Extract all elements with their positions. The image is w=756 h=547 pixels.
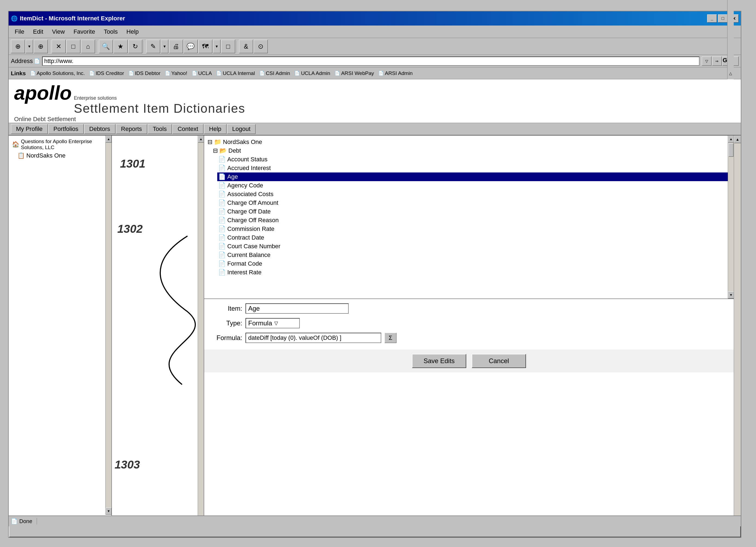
link-csi-admin[interactable]: 📄CSI Admin — [258, 70, 292, 77]
menu-help[interactable]: Help — [123, 27, 143, 36]
right-tree-accrued-interest[interactable]: 📄 Accrued Interest — [217, 164, 732, 172]
forward-button[interactable]: ⊕ — [34, 40, 48, 53]
type-select-arrow: ▽ — [274, 320, 278, 326]
questions-icon: 🏠 — [12, 141, 19, 148]
type-value: Formula — [248, 319, 272, 327]
charge-off-reason-label: Charge Off Reason — [227, 217, 279, 224]
address-input[interactable] — [42, 56, 700, 66]
refresh-button[interactable]: □ — [66, 40, 80, 53]
nav-tools[interactable]: Tools — [148, 124, 172, 134]
link-arsi-webpay[interactable]: 📄ARSI WebPay — [333, 70, 376, 77]
edit-button[interactable]: ✎ — [146, 40, 160, 53]
right-tree-charge-off-amount[interactable]: 📄 Charge Off Amount — [217, 199, 732, 207]
right-tree-court-case-number[interactable]: 📄 Court Case Number — [217, 242, 732, 251]
format-code-label: Format Code — [227, 260, 262, 267]
type-select[interactable]: Formula ▽ — [245, 318, 300, 328]
content-area: apollo Enterprise solutions Settlement I… — [9, 79, 741, 526]
nav-context[interactable]: Context — [172, 124, 203, 134]
left-scroll-down[interactable]: ▼ — [106, 508, 112, 515]
settings-button[interactable]: ⊙ — [254, 40, 268, 53]
link-apollo[interactable]: 📄Apollo Solutions, Inc. — [29, 70, 86, 77]
clip-button[interactable]: □ — [221, 40, 235, 53]
charge-off-amount-label: Charge Off Amount — [227, 199, 278, 206]
discuss-button[interactable]: 💬 — [184, 40, 198, 53]
left-tree-item-nordsaks[interactable]: 📋 NordSaks One — [16, 151, 109, 160]
link-ucla[interactable]: 📄UCLA — [190, 70, 214, 77]
link-ids-debtor[interactable]: 📄IDS Debtor — [127, 70, 162, 77]
nav-portfolios[interactable]: Portfolios — [48, 124, 84, 134]
left-tree-item-questions[interactable]: 🏠 Questions for Apollo Enterprise Soluti… — [11, 138, 109, 151]
menu-favorite[interactable]: Favorite — [70, 27, 99, 36]
right-tree-nordsaks-root[interactable]: ⊟ 📁 NordSaks One — [206, 138, 732, 146]
link-yahoo[interactable]: 📄Yahoo! — [163, 70, 189, 77]
type-label: Type: — [210, 319, 242, 327]
nordsaks-root-label: NordSaks One — [223, 139, 262, 146]
link-ucla-internal[interactable]: 📄UCLA Internal — [215, 70, 256, 77]
signature-button[interactable]: & — [239, 40, 253, 53]
right-tree-format-code[interactable]: 📄 Format Code — [217, 259, 732, 268]
right-tree-scroll-up[interactable]: ▲ — [728, 136, 734, 143]
age-label: Age — [227, 173, 238, 180]
doc-icon-account-status: 📄 — [218, 156, 226, 163]
chart-scroll-up[interactable]: ▲ — [198, 136, 204, 143]
menu-tools[interactable]: Tools — [100, 27, 121, 36]
search-button[interactable]: 🔍 — [99, 40, 113, 53]
minimize-button[interactable]: _ — [707, 14, 717, 23]
edit-dropdown[interactable]: ▾ — [161, 40, 168, 53]
maximize-button[interactable]: □ — [718, 14, 728, 23]
status-icon: 📄 — [11, 518, 18, 524]
window-title: ItemDict - Microsoft Internet Explorer — [20, 15, 125, 22]
right-tree-scroll-down[interactable]: ▼ — [728, 291, 734, 298]
right-tree-associated-costs[interactable]: 📄 Associated Costs — [217, 190, 732, 199]
dropdown-back[interactable]: ▾ — [26, 40, 33, 53]
save-edits-button[interactable]: Save Edits — [412, 354, 466, 368]
link-ids-creditor[interactable]: 📄IDS Creditor — [87, 70, 126, 77]
link-icon-yahoo: 📄 — [165, 71, 170, 76]
address-arrow-right[interactable]: ⇒ — [712, 56, 722, 66]
map-dropdown[interactable]: ▾ — [213, 40, 221, 53]
print-button[interactable]: 🖨 — [169, 40, 183, 53]
left-scroll-up[interactable]: ▲ — [106, 136, 112, 143]
right-tree-scrollbar: ▲ ▼ — [728, 136, 734, 298]
doc-icon-associated-costs: 📄 — [218, 191, 226, 198]
right-tree-interest-rate[interactable]: 📄 Interest Rate — [217, 268, 732, 277]
menu-file[interactable]: File — [11, 27, 28, 36]
back-button[interactable]: ⊕ — [11, 40, 25, 53]
link-arsi-admin[interactable]: 📄ARSI Admin — [377, 70, 414, 77]
address-arrow-down[interactable]: ▽ — [702, 56, 711, 66]
status-done: 📄 Done — [11, 518, 37, 524]
left-tree-container: 🏠 Questions for Apollo Enterprise Soluti… — [9, 136, 111, 520]
nav-logout[interactable]: Logout — [227, 124, 256, 134]
right-tree-agency-code[interactable]: 📄 Agency Code — [217, 181, 732, 190]
right-tree-age[interactable]: 📄 Age — [217, 172, 732, 181]
right-tree-account-status[interactable]: 📄 Account Status — [217, 155, 732, 164]
nav-help[interactable]: Help — [204, 124, 226, 134]
item-input[interactable] — [245, 303, 349, 314]
menu-view[interactable]: View — [48, 27, 68, 36]
nav-debtors[interactable]: Debtors — [84, 124, 115, 134]
links-scrollbar[interactable]: △ — [727, 67, 734, 79]
apollo-enterprise: Enterprise solutions — [74, 95, 245, 101]
favorites-button[interactable]: ★ — [114, 40, 128, 53]
menu-edit[interactable]: Edit — [29, 27, 47, 36]
map-button[interactable]: 🗺 — [198, 40, 212, 53]
right-tree-contract-date[interactable]: 📄 Contract Date — [217, 233, 732, 242]
right-tree-charge-off-date[interactable]: 📄 Charge Off Date — [217, 207, 732, 216]
formula-input[interactable] — [245, 333, 381, 343]
right-tree-commission-rate[interactable]: 📄 Commission Rate — [217, 225, 732, 233]
home-button[interactable]: ⌂ — [81, 40, 95, 53]
outer-scroll-up[interactable]: ▲ — [734, 136, 741, 143]
associated-costs-label: Associated Costs — [227, 191, 273, 198]
history-button[interactable]: ↻ — [128, 40, 142, 53]
stop-button[interactable]: ✕ — [52, 40, 66, 53]
right-tree-charge-off-reason[interactable]: 📄 Charge Off Reason — [217, 216, 732, 225]
toolbar-separator-1 — [49, 40, 50, 52]
right-tree-current-balance[interactable]: 📄 Current Balance — [217, 251, 732, 259]
right-tree-scroll-track — [728, 143, 734, 291]
nav-my-profile[interactable]: My Profile — [11, 124, 48, 134]
right-tree-debt[interactable]: ⊟ 📂 Debt — [212, 146, 732, 155]
nav-reports[interactable]: Reports — [116, 124, 147, 134]
formula-sigma-button[interactable]: Σ — [385, 333, 396, 343]
cancel-button[interactable]: Cancel — [472, 354, 526, 368]
link-ucla-admin[interactable]: 📄UCLA Admin — [293, 70, 332, 77]
